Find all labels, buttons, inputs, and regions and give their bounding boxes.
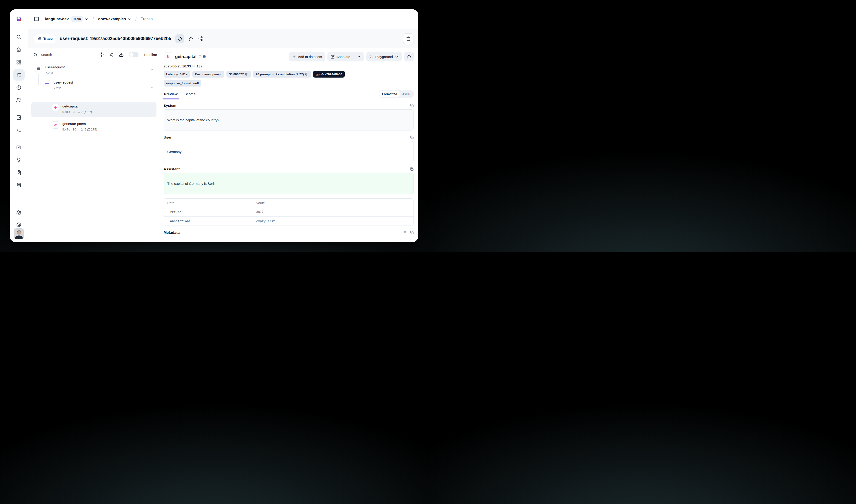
copy-id-button[interactable]: ID bbox=[199, 55, 206, 58]
id-label: ID bbox=[203, 55, 206, 58]
tree-node-metrics: 0.81s20 → 7 (Σ 27) bbox=[63, 110, 92, 114]
copy-icon[interactable] bbox=[410, 136, 414, 139]
users-icon[interactable] bbox=[16, 97, 22, 103]
response-format-badge: response_format: null bbox=[164, 79, 201, 87]
list-tree-icon bbox=[37, 37, 41, 41]
delete-trace-button[interactable] bbox=[403, 33, 414, 44]
share-icon bbox=[198, 36, 203, 41]
env-badge: Env: development bbox=[192, 71, 224, 77]
tokens-badge[interactable]: 20 prompt → 7 completion (Σ 27) bbox=[253, 71, 311, 77]
expand-vertical-icon[interactable] bbox=[403, 231, 407, 235]
add-to-datasets-button[interactable]: Add to datasets bbox=[289, 52, 325, 61]
output-fields-table: Path Value refusal null annotations empt… bbox=[164, 198, 414, 226]
trace-node-badge bbox=[35, 65, 42, 72]
search-nav-icon[interactable] bbox=[16, 34, 22, 40]
copy-icon bbox=[199, 55, 202, 58]
copy-icon[interactable] bbox=[410, 231, 414, 235]
tab-preview[interactable]: Preview bbox=[164, 92, 178, 99]
value-cell: empty list bbox=[256, 219, 275, 223]
comments-button[interactable] bbox=[404, 52, 414, 61]
main-area: Timeline user-request 7.29s bbox=[28, 48, 418, 242]
tag-button[interactable] bbox=[175, 34, 184, 43]
breadcrumb-environment[interactable]: docs-examples bbox=[98, 17, 126, 21]
trace-header-bar: Trace user-request: 19e27ac025d543b008e9… bbox=[28, 29, 418, 48]
view-json-option[interactable]: JSON bbox=[400, 91, 413, 97]
model-badge[interactable]: gpt-4o-2024-08-06 bbox=[313, 71, 345, 77]
settings-icon[interactable] bbox=[16, 210, 22, 215]
chevron-down-icon[interactable] bbox=[149, 68, 154, 72]
icon-rail bbox=[10, 9, 28, 242]
tree-node-label: user-request bbox=[54, 80, 73, 84]
tree-row-span[interactable]: user-request 7.29s bbox=[31, 79, 157, 94]
path-column-header: Path bbox=[164, 201, 256, 205]
evals-icon[interactable] bbox=[16, 145, 22, 150]
rail-bottom bbox=[14, 210, 24, 242]
playground-label: Playground bbox=[375, 55, 393, 59]
tree-row-trace[interactable]: user-request 7.29s bbox=[31, 64, 157, 78]
tree-node-label: get-capital bbox=[63, 104, 78, 108]
chevron-down-icon[interactable] bbox=[357, 55, 361, 59]
generation-type-badge bbox=[164, 52, 172, 61]
download-icon[interactable] bbox=[119, 52, 124, 57]
metric-badges: Latency: 0.81s Env: development $0.00002… bbox=[164, 71, 414, 77]
collapse-all-icon[interactable] bbox=[99, 52, 104, 57]
observation-timestamp: 2025-08-25 16:33:44.139 bbox=[164, 64, 414, 68]
assistant-label: Assistant bbox=[164, 167, 180, 171]
chevron-down-icon[interactable] bbox=[85, 17, 88, 21]
comment-bubble-icon bbox=[407, 55, 411, 59]
chevron-down-icon[interactable] bbox=[149, 85, 154, 90]
timeline-toggle[interactable] bbox=[129, 52, 139, 57]
insights-icon[interactable] bbox=[16, 157, 22, 163]
tree-node-duration: 6.47s bbox=[63, 128, 70, 131]
plus-icon bbox=[292, 55, 296, 59]
generation-pinwheel-icon bbox=[53, 123, 57, 127]
copy-icon[interactable] bbox=[410, 167, 414, 171]
playground-button[interactable]: Playground bbox=[366, 52, 402, 61]
breadcrumb-project[interactable]: langfuse-dev bbox=[45, 17, 69, 21]
prompts-icon[interactable] bbox=[16, 114, 22, 120]
sessions-icon[interactable] bbox=[16, 85, 22, 90]
tree-node-tokens: 20 → 7 (Σ 27) bbox=[73, 110, 92, 114]
system-label: System bbox=[164, 104, 176, 108]
support-icon[interactable] bbox=[16, 222, 22, 227]
datasets-icon[interactable] bbox=[16, 182, 22, 188]
search-input[interactable] bbox=[41, 53, 75, 57]
tree-row-generation-selected[interactable]: get-capital 0.81s20 → 7 (Σ 27) bbox=[31, 102, 157, 117]
value-column-header: Value bbox=[256, 201, 413, 205]
annotation-queues-icon[interactable] bbox=[16, 170, 22, 175]
avatar[interactable] bbox=[14, 228, 24, 239]
cost-badge[interactable]: $0.000027 bbox=[227, 71, 251, 77]
playground-nav-icon[interactable] bbox=[16, 127, 22, 133]
tracing-nav-active[interactable] bbox=[13, 69, 24, 80]
user-section-header: User bbox=[164, 135, 414, 140]
rail-nav bbox=[10, 29, 28, 210]
star-button[interactable] bbox=[188, 36, 194, 42]
terminal-icon bbox=[370, 55, 373, 59]
assistant-section-header: Assistant bbox=[164, 167, 414, 171]
metadata-label: Metadata bbox=[164, 231, 179, 235]
copy-icon[interactable] bbox=[410, 104, 414, 107]
detail-actions: Add to datasets Annotate Playground bbox=[289, 52, 414, 61]
app-logo[interactable] bbox=[10, 9, 28, 29]
home-icon[interactable] bbox=[16, 47, 22, 52]
tag-icon bbox=[177, 36, 182, 41]
move-horizontal-icon bbox=[44, 82, 49, 86]
panel-toggle-icon[interactable] bbox=[34, 16, 39, 22]
dashboard-icon[interactable] bbox=[16, 59, 22, 65]
tree-node-label: user-request bbox=[45, 65, 65, 69]
share-button[interactable] bbox=[197, 36, 203, 42]
table-row: refusal null bbox=[164, 207, 413, 216]
chevron-down-icon[interactable] bbox=[127, 17, 131, 21]
timeline-label: Timeline bbox=[144, 53, 157, 57]
trace-type-chip: Trace bbox=[34, 34, 56, 43]
path-cell: refusal bbox=[167, 210, 183, 214]
tree-row-generation[interactable]: generate-poem 6.47s30 → 245 (Σ 275) bbox=[31, 121, 157, 135]
param-badges: response_format: null bbox=[164, 79, 414, 87]
avatar-image bbox=[14, 228, 24, 239]
breadcrumb-current: Traces bbox=[141, 17, 153, 21]
tab-scores[interactable]: Scores bbox=[184, 92, 196, 99]
annotate-button[interactable]: Annotate bbox=[327, 52, 364, 61]
view-formatted-option[interactable]: Formatted bbox=[379, 91, 400, 97]
trace-tree-panel: Timeline user-request 7.29s bbox=[28, 48, 160, 242]
filter-settings-icon[interactable] bbox=[109, 52, 114, 57]
